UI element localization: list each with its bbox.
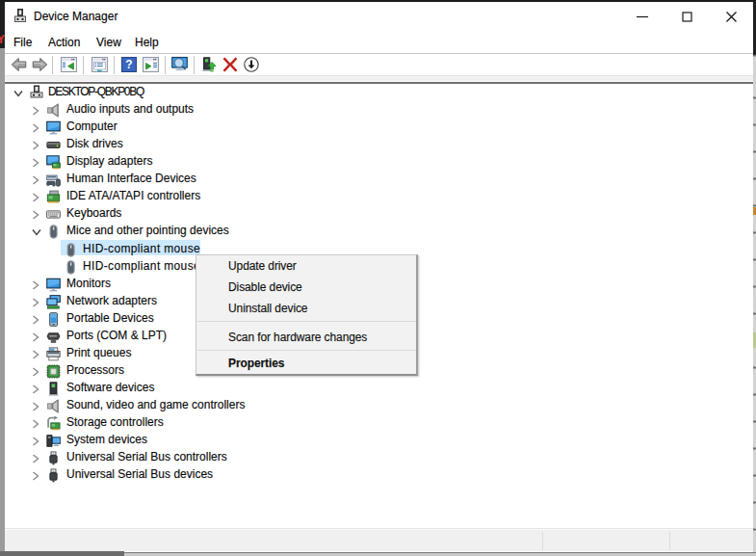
svg-text:?: ? — [125, 58, 132, 71]
